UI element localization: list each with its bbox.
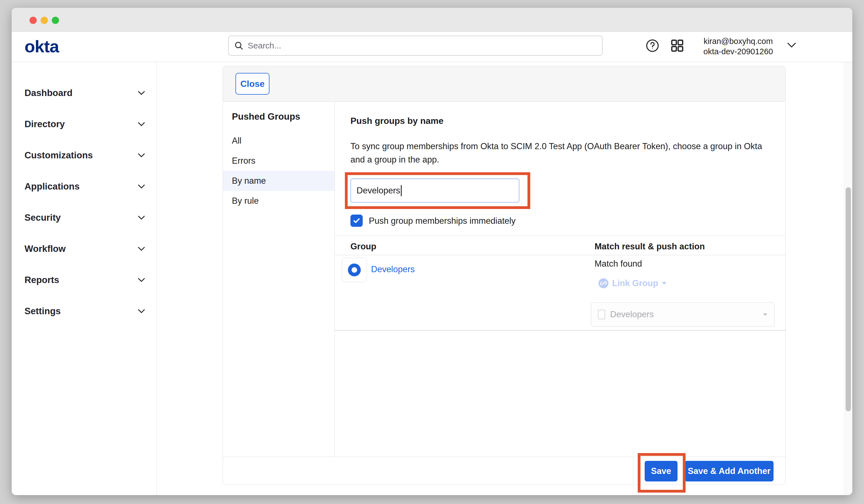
sidebar: Dashboard Directory Customizations Appli… [12, 62, 157, 495]
subnav-item-by-name[interactable]: By name [223, 171, 335, 191]
description-text: To sync group memberships from Okta to S… [350, 140, 768, 166]
chevron-down-icon [138, 247, 145, 251]
sidebar-item-label: Applications [24, 171, 80, 202]
app-window: okta [12, 8, 852, 495]
group-icon [348, 264, 361, 276]
panel-header: Close [223, 66, 785, 102]
target-group-select[interactable]: Developers [591, 302, 775, 327]
scrollbar-thumb[interactable] [845, 187, 851, 411]
subnav-item-by-rule[interactable]: By rule [223, 191, 335, 211]
checkbox-outline-icon [598, 310, 605, 319]
match-status: Match found [595, 259, 642, 269]
grid-icon [670, 38, 684, 53]
group-search-value: Developers [357, 185, 400, 196]
search-input[interactable] [248, 41, 597, 50]
footer-divider [223, 457, 786, 457]
caret-down-icon [661, 281, 667, 285]
save-button[interactable]: Save [645, 461, 677, 481]
sidebar-item-security[interactable]: Security [12, 202, 157, 233]
subnav-divider [335, 102, 335, 457]
sidebar-item-reports[interactable]: Reports [12, 264, 157, 296]
save-and-add-another-button[interactable]: Save & Add Another [685, 461, 773, 481]
push-immediately-checkbox[interactable] [350, 215, 363, 227]
sidebar-item-dashboard[interactable]: Dashboard [12, 77, 157, 109]
close-button[interactable]: Close [236, 73, 269, 95]
subnav-title: Pushed Groups [232, 111, 300, 122]
account-chevron-down-icon[interactable] [787, 42, 796, 48]
group-search-field[interactable]: Developers [350, 178, 519, 203]
sidebar-item-label: Dashboard [24, 77, 72, 109]
text-cursor [401, 185, 402, 196]
minimize-window-icon[interactable] [41, 17, 48, 24]
close-window-icon[interactable] [29, 17, 37, 24]
sidebar-item-label: Settings [24, 296, 61, 327]
link-group-dropdown-button[interactable]: Link Group [598, 277, 667, 289]
row-divider [335, 330, 786, 331]
window-titlebar [12, 8, 852, 32]
chevron-down-icon [138, 153, 145, 157]
top-navigation: okta [12, 32, 852, 62]
account-email: kiran@boxyhq.com [694, 36, 783, 47]
subnav-item-errors[interactable]: Errors [223, 151, 335, 171]
link-icon [598, 278, 609, 289]
sidebar-item-customizations[interactable]: Customizations [12, 140, 157, 171]
help-icon [645, 38, 660, 53]
divider [335, 236, 786, 236]
chevron-down-icon [138, 184, 145, 189]
sidebar-item-label: Workflow [24, 233, 66, 264]
target-group-value: Developers [610, 310, 758, 320]
chevron-down-icon [138, 215, 145, 220]
link-group-label: Link Group [612, 278, 658, 288]
page-title: Push groups by name [350, 116, 443, 126]
chevron-down-icon [138, 309, 145, 313]
sidebar-item-settings[interactable]: Settings [12, 296, 157, 327]
scrollbar-track[interactable] [844, 62, 852, 495]
sidebar-item-label: Reports [24, 264, 59, 296]
sidebar-item-workflow[interactable]: Workflow [12, 233, 157, 264]
sidebar-item-applications[interactable]: Applications [12, 171, 157, 202]
sidebar-item-label: Customizations [24, 140, 93, 171]
select-caret-icon [763, 313, 768, 316]
okta-logo: okta [24, 32, 59, 62]
account-org: okta-dev-20901260 [694, 47, 783, 57]
chevron-down-icon [138, 91, 145, 95]
push-immediately-label: Push group memberships immediately [369, 215, 516, 227]
search-icon [234, 41, 244, 51]
help-button[interactable] [643, 36, 662, 56]
chevron-down-icon [138, 122, 145, 127]
sidebar-item-directory[interactable]: Directory [12, 109, 157, 140]
sidebar-item-label: Directory [24, 109, 65, 140]
group-avatar [342, 258, 367, 282]
group-name-link[interactable]: Developers [371, 264, 415, 274]
global-search[interactable] [228, 36, 603, 56]
chevron-down-icon [138, 278, 145, 282]
subnav-item-all[interactable]: All [223, 131, 335, 151]
column-header-group: Group [350, 242, 376, 252]
pushed-groups-panel: Close Pushed Groups All Errors By name B… [223, 66, 785, 485]
check-icon [352, 217, 361, 225]
zoom-window-icon[interactable] [52, 17, 59, 24]
sidebar-item-label: Security [24, 202, 61, 233]
app-switcher-button[interactable] [667, 36, 687, 56]
desktop: { "topnav": { "logo_text": "okta", "sear… [0, 0, 864, 504]
column-header-match: Match result & push action [595, 242, 705, 252]
account-menu[interactable]: kiran@boxyhq.com okta-dev-20901260 [694, 36, 783, 57]
